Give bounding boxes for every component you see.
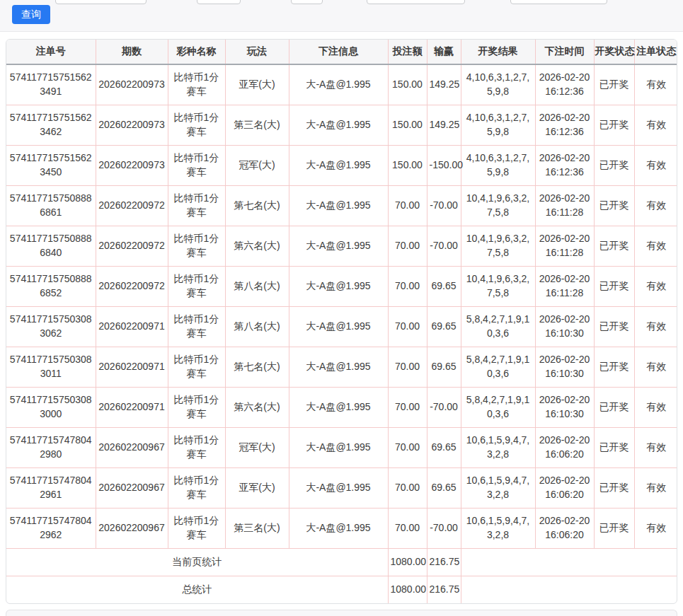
order-status-cell: 有效 xyxy=(634,64,677,105)
play-cell: 冠军(大) xyxy=(225,145,289,185)
table-row: 5741177157503083000202602200971比特币1分赛车第六… xyxy=(6,387,677,427)
result-cell: 10,6,1,5,9,4,7,3,2,8 xyxy=(461,508,535,548)
draw-status-cell: 已开奖 xyxy=(594,427,634,467)
result-cell: 10,4,1,9,6,3,2,7,5,8 xyxy=(461,185,535,226)
play-cell: 第六名(大) xyxy=(225,226,289,266)
page-summary-row: 当前页统计1080.00216.75 xyxy=(6,548,677,576)
bet-time-cell: 2026-02-20 16:10:30 xyxy=(535,387,594,427)
draw-status-cell: 已开奖 xyxy=(594,226,634,266)
lottery-cell: 比特币1分赛车 xyxy=(168,64,225,105)
order-status-cell: 有效 xyxy=(634,347,677,387)
draw-status-cell: 已开奖 xyxy=(594,105,634,145)
winloss-cell: -70.00 xyxy=(427,185,461,226)
bet-info-cell: 大-A盘@1.995 xyxy=(289,427,388,467)
filter-input-3[interactable] xyxy=(291,0,323,4)
result-cell: 5,8,4,2,7,1,9,10,3,6 xyxy=(461,347,535,387)
column-header-winloss: 输赢 xyxy=(427,40,461,64)
period-cell: 202602200971 xyxy=(96,387,168,427)
amount-cell: 70.00 xyxy=(388,226,427,266)
winloss-cell: 69.65 xyxy=(427,306,461,347)
period-cell: 202602200971 xyxy=(96,306,168,347)
lottery-cell: 比特币1分赛车 xyxy=(168,306,225,347)
table-row: 5741177157508886840202602200972比特币1分赛车第六… xyxy=(6,226,677,266)
lottery-cell: 比特币1分赛车 xyxy=(168,266,225,306)
bet-id-cell: 5741177157508886852 xyxy=(6,266,96,306)
total-summary-row: 总统计1080.00216.75 xyxy=(6,576,677,603)
winloss-cell: 69.65 xyxy=(427,467,461,508)
column-header-bet-info: 下注信息 xyxy=(289,40,388,64)
filter-input-2[interactable] xyxy=(197,0,241,4)
period-cell: 202602200967 xyxy=(96,508,168,548)
draw-status-cell: 已开奖 xyxy=(594,145,634,185)
winloss-cell: -70.00 xyxy=(427,387,461,427)
result-cell: 4,10,6,3,1,2,7,5,9,8 xyxy=(461,145,535,185)
bet-time-cell: 2026-02-20 16:10:30 xyxy=(535,306,594,347)
table-row: 5741177157503083062202602200971比特币1分赛车第八… xyxy=(6,306,677,347)
play-cell: 第三名(大) xyxy=(225,105,289,145)
winloss-cell: 149.25 xyxy=(427,105,461,145)
table-row: 5741177157515623450202602200973比特币1分赛车冠军… xyxy=(6,145,677,185)
order-status-cell: 有效 xyxy=(634,306,677,347)
table-row: 5741177157478042961202602200967比特币1分赛车亚军… xyxy=(6,467,677,508)
amount-cell: 70.00 xyxy=(388,347,427,387)
summary-winloss-cell: 216.75 xyxy=(427,548,461,576)
result-cell: 4,10,6,3,1,2,7,5,9,8 xyxy=(461,105,535,145)
table-row: 5741177157478042962202602200967比特币1分赛车第三… xyxy=(6,508,677,548)
order-status-cell: 有效 xyxy=(634,105,677,145)
column-header-play: 玩法 xyxy=(225,40,289,64)
bet-time-cell: 2026-02-20 16:12:36 xyxy=(535,145,594,185)
table-row: 5741177157515623491202602200973比特币1分赛车亚军… xyxy=(6,64,677,105)
filter-input-4[interactable] xyxy=(367,0,465,4)
lottery-cell: 比特币1分赛车 xyxy=(168,105,225,145)
winloss-cell: 69.65 xyxy=(427,266,461,306)
result-cell: 10,4,1,9,6,3,2,7,5,8 xyxy=(461,226,535,266)
bet-id-cell: 5741177157478042961 xyxy=(6,467,96,508)
period-cell: 202602200972 xyxy=(96,185,168,226)
order-status-cell: 有效 xyxy=(634,185,677,226)
winloss-cell: -70.00 xyxy=(427,226,461,266)
winloss-cell: 149.25 xyxy=(427,64,461,105)
result-cell: 10,6,1,5,9,4,7,3,2,8 xyxy=(461,427,535,467)
summary-empty-cell xyxy=(461,548,677,576)
period-cell: 202602200971 xyxy=(96,347,168,387)
query-button[interactable]: 查询 xyxy=(12,5,50,24)
pagination-panel-stub xyxy=(6,610,677,616)
bet-time-cell: 2026-02-20 16:06:20 xyxy=(535,508,594,548)
summary-empty-cell xyxy=(461,576,677,603)
bet-records-card: 注单号期数彩种名称玩法下注信息投注额输赢开奖结果下注时间开奖状态注单状态 574… xyxy=(6,39,677,604)
amount-cell: 70.00 xyxy=(388,185,427,226)
table-header: 注单号期数彩种名称玩法下注信息投注额输赢开奖结果下注时间开奖状态注单状态 xyxy=(6,40,677,64)
column-header-amount: 投注额 xyxy=(388,40,427,64)
bet-id-cell: 5741177157503083011 xyxy=(6,347,96,387)
filter-input-5[interactable] xyxy=(510,0,607,4)
period-cell: 202602200973 xyxy=(96,64,168,105)
result-cell: 4,10,6,3,1,2,7,5,9,8 xyxy=(461,64,535,105)
lottery-cell: 比特币1分赛车 xyxy=(168,387,225,427)
column-header-result: 开奖结果 xyxy=(461,40,535,64)
column-header-bet-id: 注单号 xyxy=(6,40,96,64)
bet-time-cell: 2026-02-20 16:11:28 xyxy=(535,266,594,306)
bet-id-cell: 5741177157508886861 xyxy=(6,185,96,226)
result-cell: 5,8,4,2,7,1,9,10,3,6 xyxy=(461,306,535,347)
table-row: 5741177157515623462202602200973比特币1分赛车第三… xyxy=(6,105,677,145)
play-cell: 亚军(大) xyxy=(225,64,289,105)
bet-info-cell: 大-A盘@1.995 xyxy=(289,387,388,427)
winloss-cell: 69.65 xyxy=(427,427,461,467)
filter-panel: 查询 xyxy=(0,0,683,32)
play-cell: 第六名(大) xyxy=(225,387,289,427)
filter-input-1[interactable] xyxy=(55,0,147,4)
bet-time-cell: 2026-02-20 16:06:20 xyxy=(535,467,594,508)
bet-info-cell: 大-A盘@1.995 xyxy=(289,64,388,105)
winloss-cell: -150.00 xyxy=(427,145,461,185)
draw-status-cell: 已开奖 xyxy=(594,266,634,306)
order-status-cell: 有效 xyxy=(634,427,677,467)
amount-cell: 150.00 xyxy=(388,64,427,105)
bet-info-cell: 大-A盘@1.995 xyxy=(289,347,388,387)
lottery-cell: 比特币1分赛车 xyxy=(168,347,225,387)
order-status-cell: 有效 xyxy=(634,145,677,185)
period-cell: 202602200967 xyxy=(96,467,168,508)
lottery-cell: 比特币1分赛车 xyxy=(168,508,225,548)
amount-cell: 70.00 xyxy=(388,467,427,508)
column-header-bet-time: 下注时间 xyxy=(535,40,594,64)
amount-cell: 70.00 xyxy=(388,266,427,306)
